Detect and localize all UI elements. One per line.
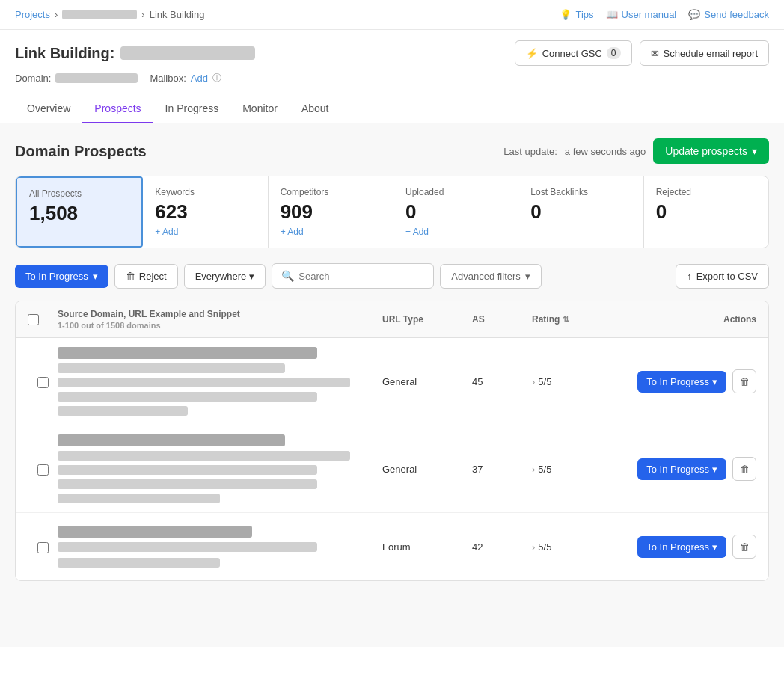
reject-button[interactable]: 🗑 Reject xyxy=(114,264,178,289)
stat-card-all[interactable]: All Prospects 1,508 xyxy=(16,176,143,248)
stat-value-competitors: 909 xyxy=(281,200,381,224)
update-prospects-button[interactable]: Update prospects ▾ xyxy=(653,138,769,164)
stat-card-uploaded[interactable]: Uploaded 0 + Add xyxy=(393,176,518,248)
top-navigation: Projects › › Link Building 💡 Tips 📖 User… xyxy=(0,0,784,30)
row2-delete-button[interactable]: 🗑 xyxy=(732,457,756,481)
toolbar-left: To In Progress ▾ 🗑 Reject Everywhere ▾ 🔍… xyxy=(15,263,542,289)
breadcrumb-project xyxy=(62,10,137,19)
stat-value-all: 1,508 xyxy=(29,202,129,225)
row1-select[interactable] xyxy=(28,375,58,388)
schedule-email-button[interactable]: ✉ Schedule email report xyxy=(640,40,769,66)
row1-as: 45 xyxy=(472,376,532,387)
stat-label-rejected: Rejected xyxy=(656,187,756,197)
domain-value-redacted xyxy=(55,73,138,83)
stat-value-rejected: 0 xyxy=(656,200,756,224)
row1-snippet2-redacted xyxy=(58,392,317,402)
tab-in-progress[interactable]: In Progress xyxy=(153,95,231,123)
header-url-type: URL Type xyxy=(382,314,472,325)
trash-icon: 🗑 xyxy=(740,541,750,553)
stat-label-competitors: Competitors xyxy=(281,187,381,197)
chevron-down-icon: ▾ xyxy=(712,541,717,553)
row2-snippet2-redacted xyxy=(58,479,317,489)
row1-rating-arrow: › xyxy=(532,376,535,387)
last-update-row: Last update: a few seconds ago Update pr… xyxy=(503,138,769,164)
page-title-row: Link Building: ⚡ Connect GSC 0 ✉ Schedul… xyxy=(15,40,769,66)
stat-card-rejected[interactable]: Rejected 0 xyxy=(644,176,768,248)
tips-link[interactable]: 💡 Tips xyxy=(560,9,593,20)
connect-gsc-button[interactable]: ⚡ Connect GSC 0 xyxy=(515,40,632,66)
row3-snippet-redacted xyxy=(58,558,220,568)
row3-rating-arrow: › xyxy=(532,541,535,553)
sort-icon[interactable]: ⇅ xyxy=(563,315,569,325)
row2-url-redacted xyxy=(58,451,350,461)
stat-card-competitors[interactable]: Competitors 909 + Add xyxy=(269,176,393,248)
row3-delete-button[interactable]: 🗑 xyxy=(732,535,756,559)
title-redacted xyxy=(120,46,255,60)
stat-label-all: All Prospects xyxy=(29,188,129,199)
row3-rating: › 5/5 xyxy=(532,541,637,553)
stat-card-lost-backlinks[interactable]: Lost Backlinks 0 xyxy=(518,176,643,248)
select-all-checkbox[interactable] xyxy=(28,314,39,325)
email-icon: ✉ xyxy=(651,48,659,59)
stat-add-competitors[interactable]: + Add xyxy=(281,227,381,237)
section-header: Domain Prospects Last update: a few seco… xyxy=(15,138,769,164)
table-header: Source Domain, URL Example and Snippet 1… xyxy=(16,301,768,338)
everywhere-dropdown[interactable]: Everywhere ▾ xyxy=(184,264,266,289)
to-in-progress-button[interactable]: To In Progress ▾ xyxy=(15,265,108,288)
row1-rating: › 5/5 xyxy=(532,376,637,387)
row2-to-in-progress-button[interactable]: To In Progress ▾ xyxy=(637,458,726,480)
row3-url-type: Forum xyxy=(382,541,472,553)
row3-to-in-progress-button[interactable]: To In Progress ▾ xyxy=(637,536,726,558)
row1-actions: To In Progress ▾ 🗑 xyxy=(637,369,756,393)
search-input[interactable] xyxy=(298,271,424,282)
domain-row: Domain: Mailbox: Add ⓘ xyxy=(15,72,769,87)
row2-as: 37 xyxy=(472,464,532,475)
tab-about[interactable]: About xyxy=(290,95,341,123)
row3-select[interactable] xyxy=(28,541,58,553)
row1-delete-button[interactable]: 🗑 xyxy=(732,369,756,393)
stat-value-keywords: 623 xyxy=(155,200,255,224)
main-content: Domain Prospects Last update: a few seco… xyxy=(0,123,784,647)
header-source: Source Domain, URL Example and Snippet 1… xyxy=(58,309,382,330)
user-manual-link[interactable]: 📖 User manual xyxy=(606,9,677,20)
mailbox-add-link[interactable]: Add xyxy=(191,73,208,84)
advanced-filters-button[interactable]: Advanced filters ▾ xyxy=(440,264,542,289)
tab-monitor[interactable]: Monitor xyxy=(230,95,290,123)
row2-rating-arrow: › xyxy=(532,464,535,475)
row1-url-redacted xyxy=(58,363,285,373)
tab-overview[interactable]: Overview xyxy=(15,95,82,123)
row3-source xyxy=(58,526,382,568)
row2-rating: › 5/5 xyxy=(532,464,637,475)
tab-prospects[interactable]: Prospects xyxy=(82,95,153,123)
domain-label: Domain: xyxy=(15,73,51,84)
export-csv-button[interactable]: ↑ Export to CSV xyxy=(676,264,769,289)
chevron-down-icon: ▾ xyxy=(712,464,717,475)
message-icon: 💬 xyxy=(688,9,700,20)
gsc-icon: ⚡ xyxy=(526,48,538,59)
stat-add-keywords[interactable]: + Add xyxy=(155,227,255,237)
row3-url-redacted xyxy=(58,542,317,552)
stat-value-lost-backlinks: 0 xyxy=(530,200,631,224)
stat-add-uploaded[interactable]: + Add xyxy=(405,227,506,237)
breadcrumb-separator2: › xyxy=(141,9,144,20)
send-feedback-link[interactable]: 💬 Send feedback xyxy=(688,9,769,20)
info-icon[interactable]: ⓘ xyxy=(212,72,221,84)
row3-actions: To In Progress ▾ 🗑 xyxy=(637,535,756,559)
chevron-down-icon: ▾ xyxy=(712,376,717,387)
row3-checkbox[interactable] xyxy=(37,542,49,553)
export-icon: ↑ xyxy=(687,271,692,282)
search-icon: 🔍 xyxy=(281,270,294,282)
search-box[interactable]: 🔍 xyxy=(272,263,434,289)
row2-select[interactable] xyxy=(28,463,58,476)
stat-card-keywords[interactable]: Keywords 623 + Add xyxy=(143,176,268,248)
header-buttons: ⚡ Connect GSC 0 ✉ Schedule email report xyxy=(515,40,769,66)
row1-snippet3-redacted xyxy=(58,406,188,416)
breadcrumb-root[interactable]: Projects xyxy=(15,9,50,20)
row1-url-type: General xyxy=(382,376,472,387)
row2-checkbox[interactable] xyxy=(37,464,49,476)
chevron-down-icon: ▾ xyxy=(249,271,254,282)
trash-icon: 🗑 xyxy=(740,464,750,475)
row1-to-in-progress-button[interactable]: To In Progress ▾ xyxy=(637,371,726,393)
row2-url-type: General xyxy=(382,464,472,475)
row1-checkbox[interactable] xyxy=(37,377,49,388)
